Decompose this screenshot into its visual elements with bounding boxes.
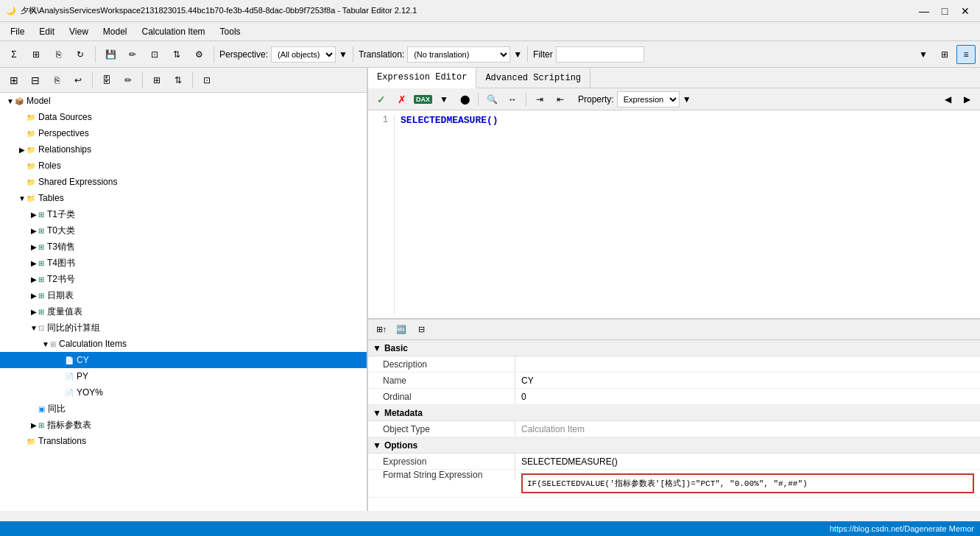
tree-item-tables[interactable]: ▼ 📁 Tables [0,190,367,206]
format-button[interactable]: ⬤ [456,91,473,107]
tree-item-t0[interactable]: ▶ ⊞ T0大类 [0,222,367,239]
tree-item-t4[interactable]: ▶ ⊞ T4图书 [0,255,367,271]
tree-item-tongbi[interactable]: ▣ 同比 [0,401,367,417]
tree-item-datasources[interactable]: 📁 Data Sources [0,109,367,125]
tree-item-cy[interactable]: 📄 CY [0,352,367,368]
tree-item-model[interactable]: ▼ 📦 Model [0,93,367,109]
indent-button[interactable]: ⇥ [531,91,549,107]
code-content[interactable]: SELECTEDMEASURE() [401,115,976,314]
expand-t2[interactable]: ▶ [29,275,38,283]
reject-button[interactable]: ✗ [393,91,411,107]
dax-dropdown[interactable]: ▼ [435,91,453,107]
perspective-select[interactable]: (All objects) [271,46,336,63]
tree-item-roles[interactable]: 📁 Roles [0,158,367,174]
close-button[interactable]: ✕ [956,4,974,18]
expand-tables[interactable]: ▼ [18,194,27,202]
section-options[interactable]: ▼ Options [368,437,980,454]
view-toggle2[interactable]: ≡ [956,45,976,64]
menu-view[interactable]: View [62,22,96,40]
tree-item-yoy-group[interactable]: ▼ ⊡ 同比的计算组 [0,320,367,336]
db-button[interactable]: 🗄 [97,71,116,90]
prop-sort-btn[interactable]: ⊞↑ [373,322,390,338]
expand-all-button[interactable]: ⊞ [4,71,24,90]
edit2-button[interactable]: ✏ [119,71,138,90]
translation-label: Translation: [359,49,404,60]
undo-button[interactable]: ↩ [68,71,88,90]
expand-rel[interactable]: ▶ [18,146,27,154]
tree-label-yoy-group: 同比的计算组 [47,322,100,334]
tree-item-py[interactable]: 📄 PY [0,368,367,384]
statusbar-text: https://blog.csdn.net/Dagenerate Memor [830,524,974,533]
section-metadata[interactable]: ▼ Metadata [368,405,980,421]
translation-select[interactable]: (No translation) [407,46,510,63]
expand-t4[interactable]: ▶ [29,259,38,267]
expand-yoy-group[interactable]: ▼ [29,324,38,332]
tree-item-relationships[interactable]: ▶ 📁 Relationships [0,141,367,158]
section-basic[interactable]: ▼ Basic [368,340,980,356]
expand-t3[interactable]: ▶ [29,243,38,251]
tab-expression-editor[interactable]: Expression Editor [368,68,476,88]
tab-advanced-scripting[interactable]: Advanced Scripting [476,68,591,88]
nav-back[interactable]: ◀ [939,91,956,107]
tree-item-yoy[interactable]: 📄 YOY% [0,384,367,401]
tree-item-measures[interactable]: ▶ ⊞ 度量值表 [0,303,367,320]
expand-date[interactable]: ▶ [29,292,38,300]
expand-index[interactable]: ▶ [29,421,38,429]
property-select[interactable]: Expression [617,91,680,107]
menu-tools[interactable]: Tools [213,22,248,40]
menu-model[interactable]: Model [96,22,135,40]
nav-forward[interactable]: ▶ [958,91,976,107]
tree-item-t2[interactable]: ▶ ⊞ T2书号 [0,271,367,287]
save-button[interactable]: 💾 [101,45,120,64]
expand-calc-items[interactable]: ▼ [41,340,50,348]
sort2-button[interactable]: ⇅ [169,71,188,90]
replace-button[interactable]: ↔ [504,91,521,107]
hierarchy-view-button[interactable]: ⎘ [47,71,66,90]
tree-item-shared-expressions[interactable]: 📁 Shared Expressions [0,174,367,190]
maximize-button[interactable]: □ [936,4,953,18]
hierarchy-button[interactable]: ⎘ [49,45,68,64]
menu-edit[interactable]: Edit [32,22,62,40]
section-options-arrow: ▼ [373,440,381,451]
prop-val-expression[interactable]: SELECTEDMEASURE() [515,456,980,467]
prop-val-format[interactable]: IF(SELECTEDVALUE('指标参数表'[格式])="PCT", "0.… [521,473,974,493]
menu-calculation-item[interactable]: Calculation Item [135,22,213,40]
tree-item-perspectives[interactable]: 📁 Perspectives [0,125,367,141]
outdent-button[interactable]: ⇤ [551,91,569,107]
tree-item-calc-items[interactable]: ▼ ⊞ Calculation Items [0,336,367,352]
expand-t0[interactable]: ▶ [29,227,38,235]
prop-filter-btn[interactable]: ⊟ [412,322,430,338]
schema-button[interactable]: ⊡ [145,45,164,64]
tree-item-t1[interactable]: ▶ ⊞ T1子类 [0,206,367,222]
sigma-button[interactable]: Σ [4,45,24,64]
expand-model[interactable]: ▼ [6,97,15,105]
prop-name: Name CY [368,373,980,389]
expand-t1[interactable]: ▶ [29,211,38,219]
prop-val-name[interactable]: CY [515,375,980,386]
minimize-button[interactable]: — [915,4,933,18]
filter-icon-button[interactable]: ▼ [914,45,933,64]
tree-item-t3[interactable]: ▶ ⊞ T3销售 [0,239,367,255]
collapse-all-button[interactable]: ⊟ [26,71,45,90]
table-add-button[interactable]: ⊞ [27,45,46,64]
table2-button[interactable]: ⊞ [147,71,166,90]
prop-val-ordinal[interactable]: 0 [515,392,980,402]
sort-button[interactable]: ⇅ [167,45,186,64]
grid-button[interactable]: ⊡ [197,71,216,90]
tree-item-index-table[interactable]: ▶ ⊞ 指标参数表 [0,417,367,433]
filter-input[interactable] [556,46,644,63]
menu-file[interactable]: File [3,22,32,40]
code-area[interactable]: 1 SELECTEDMEASURE() [368,110,980,318]
edit-button[interactable]: ✏ [123,45,142,64]
accept-button[interactable]: ✓ [373,91,390,107]
prop-az-btn[interactable]: 🔤 [392,322,410,338]
search-button[interactable]: 🔍 [483,91,501,107]
settings-button[interactable]: ⚙ [189,45,208,64]
refresh-button[interactable]: ↻ [71,45,90,64]
tree-item-date[interactable]: ▶ ⊞ 日期表 [0,287,367,303]
tree-item-translations[interactable]: 📁 Translations [0,433,367,449]
view-toggle1[interactable]: ⊞ [935,45,954,64]
prop-val-object-type: Calculation Item [515,424,980,434]
titlebar-controls: — □ ✕ [915,4,974,18]
expand-measures[interactable]: ▶ [29,308,38,316]
